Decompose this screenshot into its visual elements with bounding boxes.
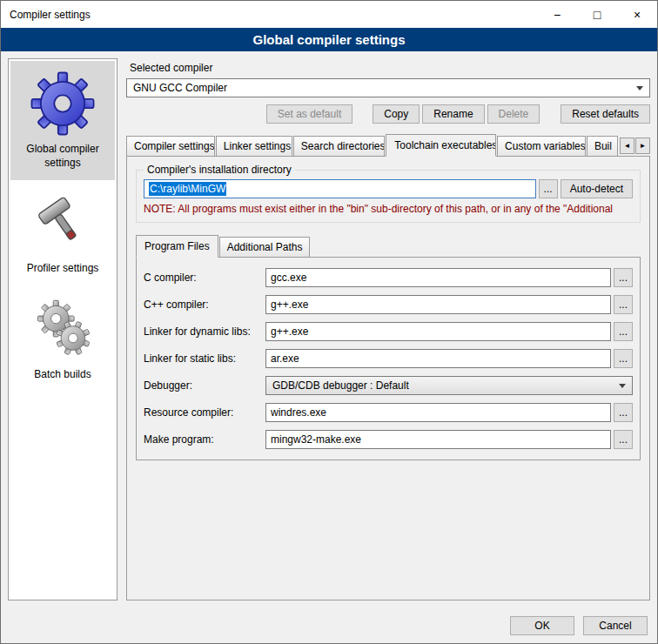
c-compiler-browse-button[interactable]: ... [614,268,633,287]
sidebar-item-global-compiler-settings[interactable]: Global compiler settings [10,61,115,180]
cancel-button[interactable]: Cancel [583,616,648,635]
chevron-down-icon [636,86,643,91]
cpp-compiler-input[interactable] [265,295,611,314]
field-row: Debugger: GDB/CDB debugger : Default [144,376,633,395]
tab-linker-settings[interactable]: Linker settings [216,136,292,156]
linker-dynamic-input[interactable] [265,322,611,341]
rename-button[interactable]: Rename [422,104,484,124]
toolchain-subtabs: Program Files Additional Paths [136,235,641,257]
toolchain-executables-page: Compiler's installation directory C:\ray… [126,156,650,600]
make-program-browse-button[interactable]: ... [614,430,633,449]
installation-directory-value: C:\raylib\MinGW [149,182,226,196]
field-row: Linker for dynamic libs: ... [144,322,633,341]
cpp-compiler-browse-button[interactable]: ... [614,295,633,314]
chevron-down-icon [619,384,626,388]
tab-scrollers: ◄ ► [619,138,650,156]
installation-directory-row: C:\raylib\MinGW ... Auto-detect [144,179,633,198]
debugger-dropdown[interactable]: GDB/CDB debugger : Default [265,376,633,395]
gears-icon [29,295,97,363]
c-compiler-label: C compiler: [144,272,265,284]
dialog-body: Global compiler settings [1,51,657,607]
sidebar-item-label: Batch builds [34,368,91,382]
program-files-panel: C compiler: ... C++ compiler: ... Linker… [136,257,641,460]
installation-directory-browse-button[interactable]: ... [539,179,558,198]
window-controls: − □ × [537,1,657,28]
field-row: Make program: ... [144,430,633,449]
c-compiler-input[interactable] [265,268,611,287]
tab-scroll-left-button[interactable]: ◄ [620,138,634,154]
subtab-program-files[interactable]: Program Files [136,235,218,258]
titlebar: Compiler settings − □ × [1,1,657,28]
selected-compiler-label: Selected compiler [130,62,650,74]
window-title: Compiler settings [1,9,91,21]
sidebar-item-batch-builds[interactable]: Batch builds [10,286,115,392]
compiler-actions: Set as default Copy Rename Delete Reset … [126,104,650,124]
selected-compiler-dropdown[interactable]: GNU GCC Compiler [126,78,650,97]
cpp-compiler-label: C++ compiler: [144,299,265,311]
make-program-label: Make program: [144,433,265,446]
auto-detect-button[interactable]: Auto-detect [561,179,633,198]
resource-compiler-browse-button[interactable]: ... [614,403,633,422]
tab-scroll-right-button[interactable]: ► [635,138,650,154]
tab-toolchain-executables[interactable]: Toolchain executables [386,134,496,157]
sidebar-item-label: Global compiler settings [12,143,113,170]
compiler-settings-window: Compiler settings − □ × Global compiler … [0,0,658,644]
set-as-default-button: Set as default [266,104,352,124]
installation-directory-groupbox: Compiler's installation directory C:\ray… [136,164,641,223]
ok-button[interactable]: OK [510,616,574,635]
resource-compiler-input[interactable] [265,403,611,422]
delete-button: Delete [487,104,540,124]
hammer-icon [29,189,97,257]
tab-search-directories[interactable]: Search directories [293,136,385,156]
maximize-button[interactable]: □ [577,1,617,28]
gear-icon [29,70,97,138]
debugger-label: Debugger: [144,379,265,392]
reset-defaults-button[interactable]: Reset defaults [561,104,650,124]
linker-static-label: Linker for static libs: [144,352,265,365]
linker-dynamic-browse-button[interactable]: ... [614,322,633,341]
copy-button[interactable]: Copy [373,104,420,124]
linker-static-browse-button[interactable]: ... [614,349,633,368]
subtab-additional-paths[interactable]: Additional Paths [219,237,311,257]
main-panel: Selected compiler GNU GCC Compiler Set a… [126,58,650,600]
selected-compiler-value: GNU GCC Compiler [133,82,227,94]
debugger-value: GDB/CDB debugger : Default [272,379,409,392]
sidebar-item-label: Profiler settings [27,262,99,276]
tab-compiler-settings[interactable]: Compiler settings [126,136,215,156]
settings-tabstrip: Compiler settings Linker settings Search… [126,134,650,156]
linker-static-input[interactable] [265,349,611,368]
field-row: Linker for static libs: ... [144,349,633,368]
settings-sidebar: Global compiler settings [8,58,118,600]
installation-directory-legend: Compiler's installation directory [144,164,295,176]
tab-custom-variables[interactable]: Custom variables [497,136,586,156]
field-row: C++ compiler: ... [144,295,633,314]
close-button[interactable]: × [617,1,657,28]
minimize-button[interactable]: − [537,1,577,28]
resource-compiler-label: Resource compiler: [144,406,265,419]
field-row: Resource compiler: ... [144,403,633,422]
page-title: Global compiler settings [1,28,657,51]
installation-directory-input[interactable]: C:\raylib\MinGW [144,179,536,198]
field-row: C compiler: ... [144,268,633,287]
note-text: NOTE: All programs must exist either in … [144,203,633,215]
make-program-input[interactable] [265,430,611,449]
dialog-footer: OK Cancel [1,607,657,643]
linker-dynamic-label: Linker for dynamic libs: [144,325,265,338]
sidebar-item-profiler-settings[interactable]: Profiler settings [10,180,115,286]
tab-build-options[interactable]: Buil [587,136,618,156]
